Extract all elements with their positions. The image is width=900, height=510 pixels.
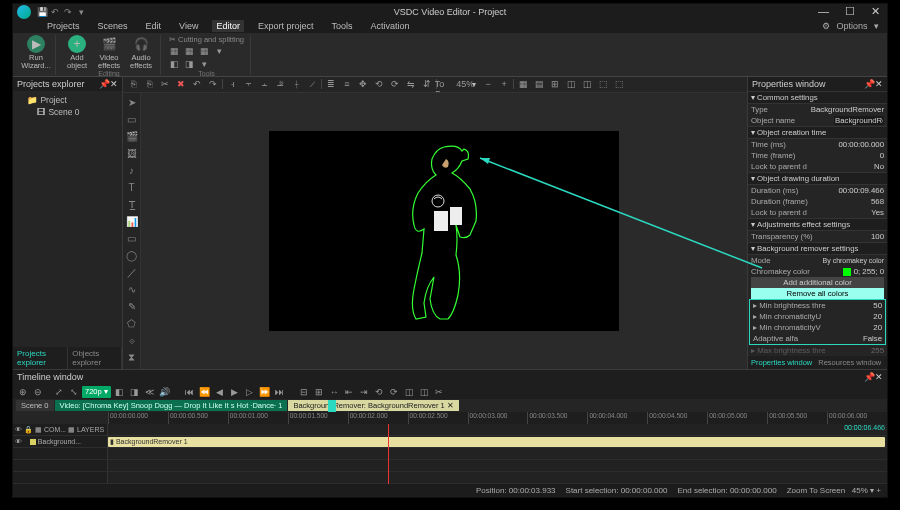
section-common[interactable]: ▾ Common settings [748,91,887,104]
ada-value[interactable]: False [863,334,882,343]
tb-icon[interactable]: ◫ [580,78,594,90]
tl-icon[interactable]: ◨ [128,386,141,398]
flip-icon[interactable]: ⇵ [420,78,434,90]
cut-icon[interactable]: ✂ [158,78,172,90]
playhead-handle[interactable] [328,400,336,412]
minb-value[interactable]: 50 [873,301,882,310]
qat-more-icon[interactable]: ▾ [76,7,86,17]
tab-resources[interactable]: Resources window [815,356,884,369]
pointer-icon[interactable]: ➤ [125,96,139,110]
tool-icon[interactable]: 🖼 [125,147,139,161]
tool-icon[interactable]: 📊 [125,215,139,229]
tab-scene[interactable]: Scene 0 [16,400,54,411]
tl-icon[interactable]: ◫ [418,386,431,398]
tb-icon[interactable]: ⎘ [142,78,156,90]
menu-edit[interactable]: Edit [142,20,166,32]
close-button[interactable]: ✕ [868,5,883,18]
minv-value[interactable]: 20 [873,323,882,332]
maximize-button[interactable]: ☐ [842,5,858,18]
tool-icon[interactable]: 🎬 [125,130,139,144]
section-adj[interactable]: ▾ Adjustments effect settings [748,218,887,231]
section-bgr[interactable]: ▾ Background remover settings [748,242,887,255]
next-frame-icon[interactable]: ▷ [243,386,256,398]
tl-icon[interactable]: ↔ [328,386,341,398]
tb-icon[interactable]: ⎘ [126,78,140,90]
tool-icon[interactable]: ⟐ [125,334,139,348]
tl-icon[interactable]: ≪ [143,386,156,398]
timef-value[interactable]: 0 [880,151,884,160]
rewind-icon[interactable]: ⏪ [198,386,211,398]
tool-icon[interactable]: ⬠ [125,317,139,331]
track-header-icons[interactable]: 👁 🔒 ▦ COM... ▦ LAYERS [13,424,107,436]
flip-icon[interactable]: ⇋ [404,78,418,90]
preview-canvas[interactable] [269,131,619,331]
undo-icon[interactable]: ↶ [190,78,204,90]
skip-end-icon[interactable]: ⏭ [273,386,286,398]
shape-icon[interactable]: ◯ [125,249,139,263]
rect-icon[interactable]: ▭ [125,113,139,127]
tree-project[interactable]: 📁 Project [17,94,118,106]
add-color-button[interactable]: Add additional color [751,277,884,288]
zoom-in-icon[interactable]: + [497,78,511,90]
align-icon[interactable]: ⫟ [241,78,255,90]
menu-activation[interactable]: Activation [366,20,413,32]
track-bg[interactable]: 👁 Background... [13,436,107,448]
tl-icon[interactable]: ⊞ [313,386,326,398]
align-icon[interactable]: ⟊ [289,78,303,90]
durf-value[interactable]: 568 [871,197,884,206]
skip-start-icon[interactable]: ⏮ [183,386,196,398]
sound-icon[interactable]: 🔊 [158,386,171,398]
align-icon[interactable]: ≣ [324,78,338,90]
track-empty[interactable] [13,448,107,460]
tb-icon[interactable]: ▦ [516,78,530,90]
track-empty[interactable] [13,460,107,472]
add-icon[interactable]: ⊕ [16,386,29,398]
tl-icon[interactable]: ⤡ [67,386,80,398]
align-icon[interactable]: ⫞ [225,78,239,90]
qat-save-icon[interactable]: 💾 [37,7,47,17]
tool-icon[interactable]: ◨ [182,58,196,70]
menu-export[interactable]: Export project [254,20,318,32]
transp-value[interactable]: 100 [871,232,884,241]
tool-icon[interactable]: ♪ [125,164,139,178]
align-icon[interactable]: ⫡ [273,78,287,90]
tl-icon[interactable]: ⊟ [298,386,311,398]
dur-value[interactable]: 00:00:09.466 [838,186,884,195]
rotate-icon[interactable]: ⟲ [372,78,386,90]
timeline-ruler[interactable]: 00:00:00.00000:00:00.50000:00:01.00000:0… [108,412,887,424]
text-icon[interactable]: T [125,181,139,195]
status-zoom[interactable]: Zoom To Screen 45% ▾ + [787,486,881,495]
play-icon[interactable]: ▶ [228,386,241,398]
section-creation-time[interactable]: ▾ Object creation time [748,126,887,139]
panel-pin-icon[interactable]: 📌✕ [864,79,883,89]
tool-icon[interactable]: ▦ [197,45,211,57]
tb-icon[interactable]: ▤ [532,78,546,90]
tab-video[interactable]: Video: [Chroma Key] Snoop Dogg — Drop It… [55,400,288,411]
tab-properties[interactable]: Properties window [748,356,815,369]
panel-pin-icon[interactable]: 📌✕ [864,372,883,382]
resolution-dropdown[interactable]: 720p ▾ [82,386,111,398]
audio-effects-button[interactable]: 🎧Audio effects [126,35,156,70]
tab-bgr[interactable]: BackgroundRemover: BackgroundRemover 1 ✕ [288,400,458,411]
panel-pin-icon[interactable]: 📌✕ [99,79,118,89]
tb-icon[interactable]: ⬚ [596,78,610,90]
qat-undo-icon[interactable]: ↶ [50,7,60,17]
section-duration[interactable]: ▾ Object drawing duration [748,172,887,185]
clip-bgr[interactable]: ▮ BackgroundRemover 1 [108,437,885,447]
tl-icon[interactable]: ⟳ [388,386,401,398]
tl-icon[interactable]: ⇥ [358,386,371,398]
curve-icon[interactable]: ∿ [125,283,139,297]
tool-icon[interactable]: T̲ [125,198,139,212]
line-icon[interactable]: ／ [125,266,139,280]
lock2-value[interactable]: Yes [871,208,884,217]
tl-icon[interactable]: ◧ [113,386,126,398]
counter-icon[interactable]: ⧗ [125,351,139,365]
tool-icon[interactable]: ▦ [182,45,196,57]
move-icon[interactable]: ✥ [356,78,370,90]
delete-icon[interactable]: ✖ [174,78,188,90]
time-value[interactable]: 00:00:00.000 [838,140,884,149]
track-empty[interactable] [13,472,107,484]
menu-editor[interactable]: Editor [212,20,244,32]
zoom-out-icon[interactable]: − [481,78,495,90]
tl-icon[interactable]: ⟲ [373,386,386,398]
